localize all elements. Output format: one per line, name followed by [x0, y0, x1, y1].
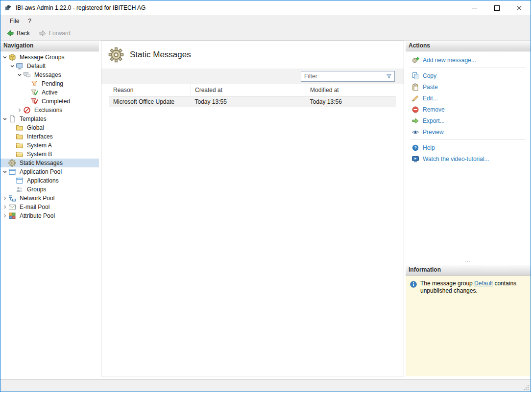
action-preview[interactable]: Preview — [406, 126, 531, 138]
chevron-collapsed-icon[interactable] — [1, 212, 8, 219]
network-icon — [8, 194, 16, 202]
chevron-expanded-icon[interactable] — [16, 71, 23, 78]
tree-item-label: Message Groups — [18, 54, 66, 61]
tree-item-e-mail-pool[interactable]: E-mail Pool — [0, 203, 99, 211]
preview-icon — [411, 128, 419, 136]
action-label: Preview — [423, 129, 444, 136]
table-row[interactable]: Microsoft Office UpdateToday 13:55Today … — [109, 96, 396, 108]
chevron-expanded-icon[interactable] — [9, 63, 16, 69]
action-export[interactable]: Export... — [406, 115, 531, 126]
help-icon: ? — [411, 144, 419, 152]
navigation-header: Navigation — [0, 41, 99, 51]
action-watch-the-video-tutorial[interactable]: Watch the video-tutorial... — [406, 153, 531, 164]
chevron-collapsed-icon[interactable] — [1, 204, 8, 210]
tree-item-attribute-pool[interactable]: Attribute Pool — [0, 211, 99, 220]
chevron-collapsed-icon[interactable] — [1, 195, 8, 202]
table-empty-area — [101, 107, 404, 376]
message-group-icon — [8, 53, 16, 61]
forward-label: Forward — [49, 30, 71, 37]
action-remove[interactable]: Remove — [406, 104, 531, 115]
tree-item-label: Active — [40, 89, 59, 96]
tree-item-label: Completed — [40, 98, 72, 105]
tree-item-active[interactable]: Active — [0, 88, 99, 97]
tree-item-label: Templates — [18, 116, 48, 122]
action-label: Edit... — [423, 95, 438, 102]
actions-separator — [411, 68, 526, 68]
information-box: The message group Default contains unpub… — [406, 276, 531, 376]
tree-item-message-groups[interactable]: Message Groups — [0, 53, 99, 62]
action-copy[interactable]: Copy — [406, 70, 531, 81]
forward-button[interactable]: Forward — [35, 28, 74, 38]
tree-item-pending[interactable]: Pending — [0, 79, 99, 88]
page-title: Static Messages — [130, 50, 191, 60]
minimize-button[interactable] — [463, 0, 485, 15]
chevron-spacer — [9, 124, 16, 131]
chevron-spacer — [24, 89, 30, 96]
filter-funnel-icon[interactable] — [386, 73, 392, 80]
chevron-collapsed-icon[interactable] — [16, 107, 23, 114]
add-message-icon — [411, 56, 419, 64]
chevron-spacer — [24, 98, 30, 105]
panel-splitter[interactable]: ⋯ — [406, 259, 531, 265]
tree-item-label: Exclusions — [33, 107, 64, 114]
close-button[interactable] — [508, 0, 531, 15]
tree-item-label: Pending — [40, 80, 65, 87]
tree-item-label: E-mail Pool — [18, 204, 51, 210]
action-edit[interactable]: Edit... — [406, 92, 531, 104]
tree-item-label: Groups — [25, 186, 48, 193]
column-header-created-at[interactable]: Created at — [191, 84, 306, 96]
menu-file[interactable]: File — [5, 18, 24, 24]
filter-bar — [101, 69, 404, 84]
tree-item-application-pool[interactable]: Application Pool — [0, 167, 99, 176]
tree-item-exclusions[interactable]: Exclusions — [0, 106, 99, 115]
menu-help[interactable]: ? — [24, 18, 36, 24]
tree-item-system-b[interactable]: System B — [0, 150, 99, 159]
resize-grip[interactable] — [523, 385, 529, 391]
action-label: Add new message... — [423, 57, 476, 64]
chevron-spacer — [9, 177, 16, 184]
chevron-expanded-icon[interactable] — [1, 168, 8, 175]
tree-item-static-messages[interactable]: Static Messages — [0, 159, 99, 167]
app-window: IBI-aws Admin 1.22.0 - registered for IB… — [0, 0, 531, 392]
column-header-modified-at[interactable]: Modified at — [306, 84, 396, 96]
action-paste[interactable]: Paste — [406, 81, 531, 92]
table-cell: Microsoft Office Update — [109, 96, 191, 108]
statusbar — [0, 379, 531, 392]
tree-item-label: Static Messages — [18, 160, 64, 166]
back-button[interactable]: Back — [2, 28, 34, 38]
tree-item-completed[interactable]: Completed — [0, 97, 99, 106]
chevron-spacer — [24, 80, 30, 87]
tree-item-templates[interactable]: Templates — [0, 115, 99, 123]
tree-item-label: Default — [25, 63, 47, 69]
funnel-completed-icon — [30, 97, 38, 105]
action-add-new-message[interactable]: Add new message... — [406, 54, 531, 66]
chevron-spacer — [9, 142, 16, 149]
tree-item-system-a[interactable]: System A — [0, 141, 99, 150]
action-label: Paste — [423, 84, 438, 91]
column-header-reason[interactable]: Reason — [109, 84, 191, 96]
action-help[interactable]: ?Help — [406, 142, 531, 153]
tree-item-interfaces[interactable]: Interfaces — [0, 132, 99, 141]
svg-text:?: ? — [414, 145, 417, 150]
action-label: Export... — [423, 117, 445, 124]
filter-box — [301, 71, 395, 82]
tree-item-default[interactable]: Default — [0, 62, 99, 70]
tree-item-network-pool[interactable]: Network Pool — [0, 194, 99, 203]
information-text: The message group Default contains unpub… — [420, 280, 527, 295]
filter-input[interactable] — [301, 71, 386, 81]
tree-item-applications[interactable]: Applications — [0, 176, 99, 185]
table-cell: Today 13:56 — [306, 96, 396, 108]
information-header: Information — [406, 265, 531, 276]
table-body: Microsoft Office UpdateToday 13:55Today … — [109, 96, 396, 108]
chevron-expanded-icon[interactable] — [1, 54, 8, 61]
tree-item-messages[interactable]: Messages — [0, 70, 99, 79]
chevron-expanded-icon[interactable] — [1, 116, 8, 122]
maximize-button[interactable] — [485, 0, 508, 15]
tree-item-groups[interactable]: Groups — [0, 185, 99, 194]
back-arrow-icon — [6, 29, 14, 37]
page-header: Static Messages — [101, 41, 404, 69]
menubar: File ? — [0, 15, 531, 26]
folder-icon — [16, 141, 24, 149]
tree-item-global[interactable]: Global — [0, 123, 99, 132]
default-group-link[interactable]: Default — [474, 280, 493, 287]
